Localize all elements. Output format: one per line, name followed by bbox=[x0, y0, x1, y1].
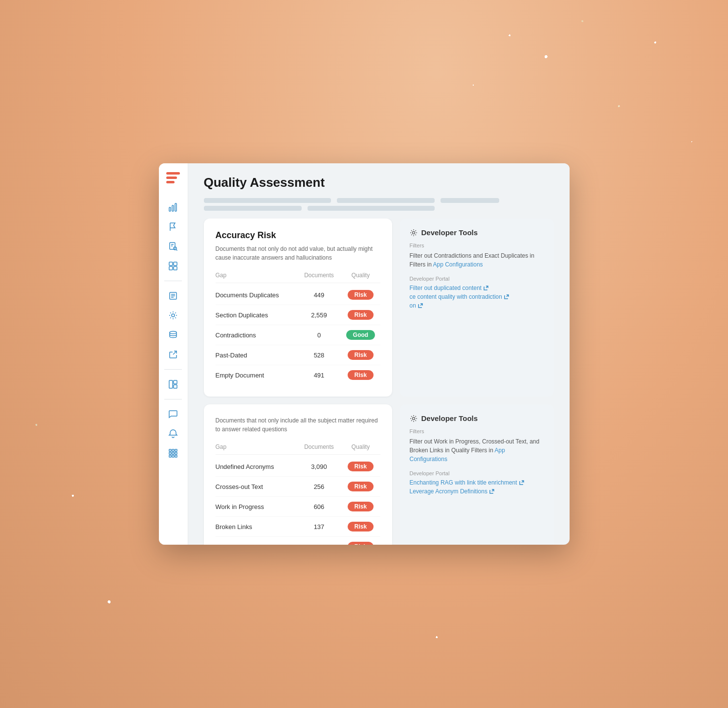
sidebar-item-grid[interactable] bbox=[163, 257, 183, 275]
svg-rect-23 bbox=[175, 452, 177, 454]
col-quality-label: Quality bbox=[341, 443, 380, 450]
svg-rect-10 bbox=[169, 266, 173, 270]
sidebar-item-doc-search[interactable] bbox=[163, 238, 183, 255]
gap-quality: Risk bbox=[341, 522, 380, 531]
col-documents-label: Documents bbox=[297, 272, 341, 279]
completeness-card: Documents that not only include all the … bbox=[204, 404, 392, 545]
table-row: Documents Duplicates 449 Risk bbox=[216, 285, 380, 305]
portal-link-3[interactable]: on bbox=[410, 302, 544, 309]
svg-rect-3 bbox=[169, 207, 171, 211]
completeness-subtitle: Documents that not only include all the … bbox=[216, 416, 380, 434]
sidebar-item-chat[interactable] bbox=[163, 405, 183, 423]
gap-quality: Good bbox=[341, 330, 380, 340]
gap-quality: Risk bbox=[341, 502, 380, 511]
gap-count: 491 bbox=[297, 372, 341, 379]
portal-link-1[interactable]: Filter out duplicated content bbox=[410, 285, 544, 291]
svg-point-28 bbox=[412, 417, 415, 420]
gap-name: Empty Document bbox=[216, 372, 297, 379]
svg-rect-21 bbox=[169, 452, 171, 454]
sidebar-item-apps[interactable] bbox=[163, 444, 183, 462]
gap-quality: Risk bbox=[341, 370, 380, 380]
svg-rect-9 bbox=[174, 262, 177, 266]
sidebar-divider-3 bbox=[164, 399, 182, 399]
gap-count: 137 bbox=[297, 523, 341, 531]
gap-name: Section Duplicates bbox=[216, 311, 297, 319]
accuracy-risk-title: Accuracy Risk bbox=[216, 230, 380, 241]
completeness-table: Gap Documents Quality Undefined Acronyms… bbox=[216, 443, 380, 545]
skeleton-row-2 bbox=[188, 206, 570, 219]
status-badge: Risk bbox=[348, 310, 374, 320]
svg-rect-2 bbox=[166, 181, 175, 183]
svg-rect-8 bbox=[169, 262, 173, 266]
status-badge: Risk bbox=[348, 542, 374, 545]
portal-link-2[interactable]: ce content quality with contradiction bbox=[410, 293, 544, 300]
svg-rect-4 bbox=[172, 205, 174, 211]
portal-link-3-text: on bbox=[410, 302, 416, 309]
sidebar-item-layout[interactable] bbox=[163, 376, 183, 393]
svg-rect-17 bbox=[174, 385, 177, 388]
dev-tools-bottom-card: Developer Tools Filters Filter out Work … bbox=[400, 404, 554, 545]
dev-tools-top-card: Developer Tools Filters Filter out Contr… bbox=[400, 219, 554, 397]
svg-rect-5 bbox=[175, 203, 176, 211]
svg-rect-0 bbox=[166, 172, 180, 175]
table-row: Past-Dated 528 Risk bbox=[216, 345, 380, 365]
gap-count: 528 bbox=[297, 352, 341, 359]
svg-point-14 bbox=[170, 332, 176, 334]
svg-rect-25 bbox=[172, 455, 174, 457]
page-header: Quality Assessment bbox=[188, 163, 570, 198]
gear-icon bbox=[410, 229, 418, 237]
dev-tools-top-title: Developer Tools bbox=[410, 228, 544, 237]
svg-rect-16 bbox=[174, 380, 177, 384]
skeleton-bar bbox=[204, 206, 302, 211]
sidebar-divider-1 bbox=[164, 281, 182, 281]
gap-count: 0 bbox=[297, 332, 341, 339]
sidebar-item-flag[interactable] bbox=[163, 218, 183, 236]
svg-rect-19 bbox=[172, 449, 174, 451]
dev-tools-bottom-title-text: Developer Tools bbox=[421, 414, 478, 422]
sidebar-item-notes[interactable] bbox=[163, 287, 183, 305]
col-documents-label: Documents bbox=[297, 443, 341, 450]
dev-tools-top-title-text: Developer Tools bbox=[421, 228, 478, 237]
accuracy-risk-table-header: Gap Documents Quality bbox=[216, 272, 380, 283]
status-badge: Risk bbox=[348, 370, 374, 380]
portal-bottom-link-1[interactable]: Enchanting RAG with link title enrichmen… bbox=[410, 479, 544, 486]
gap-name: Contradictions bbox=[216, 332, 297, 339]
gap-count: 3,090 bbox=[297, 463, 341, 470]
portal-bottom-link-2[interactable]: Leverage Acronym Definitions bbox=[410, 488, 544, 495]
accuracy-risk-subtitle: Documents that not only do not add value… bbox=[216, 244, 380, 262]
page-title: Quality Assessment bbox=[204, 175, 554, 190]
gap-count: 256 bbox=[297, 483, 341, 490]
status-badge: Good bbox=[346, 330, 375, 340]
col-quality-label: Quality bbox=[341, 272, 380, 279]
skeleton-bar bbox=[308, 206, 435, 211]
sidebar-item-settings[interactable] bbox=[163, 307, 183, 324]
completeness-table-header: Gap Documents Quality bbox=[216, 443, 380, 455]
sidebar-divider-2 bbox=[164, 369, 182, 370]
table-row: Broken Links 137 Risk bbox=[216, 517, 380, 537]
external-link-icon bbox=[418, 303, 423, 308]
svg-rect-26 bbox=[175, 455, 177, 457]
portal-link-2-text: ce content quality with contradiction bbox=[410, 293, 502, 300]
col-gap-label: Gap bbox=[216, 443, 297, 450]
table-row: Empty Document 491 Risk bbox=[216, 365, 380, 385]
accuracy-risk-table: Gap Documents Quality Documents Duplicat… bbox=[216, 272, 380, 385]
gap-count: 606 bbox=[297, 503, 341, 510]
accuracy-risk-card: Accuracy Risk Documents that not only do… bbox=[204, 219, 392, 397]
svg-rect-24 bbox=[169, 455, 171, 457]
skeleton-bar bbox=[441, 198, 499, 203]
table-row: Missing Link Captions 3,026 Risk bbox=[216, 537, 380, 545]
table-row: Crosses-out Text 256 Risk bbox=[216, 477, 380, 497]
logo[interactable] bbox=[166, 171, 180, 187]
filters-bottom-text: Filter out Work in Progress, Crossed-out… bbox=[410, 438, 540, 454]
col-gap-label: Gap bbox=[216, 272, 297, 279]
status-badge: Risk bbox=[348, 482, 374, 491]
sidebar-item-analytics[interactable] bbox=[163, 199, 183, 216]
main-content: Quality Assessment Accuracy Risk Documen… bbox=[188, 163, 570, 545]
dev-tools-bottom-title: Developer Tools bbox=[410, 414, 544, 422]
sidebar-item-bell[interactable] bbox=[163, 425, 183, 442]
gap-name: Documents Duplicates bbox=[216, 291, 297, 299]
sidebar-item-database[interactable] bbox=[163, 326, 183, 344]
status-badge: Risk bbox=[348, 290, 374, 300]
app-configurations-link[interactable]: App Configurations bbox=[433, 261, 483, 268]
sidebar-item-export[interactable] bbox=[163, 346, 183, 363]
